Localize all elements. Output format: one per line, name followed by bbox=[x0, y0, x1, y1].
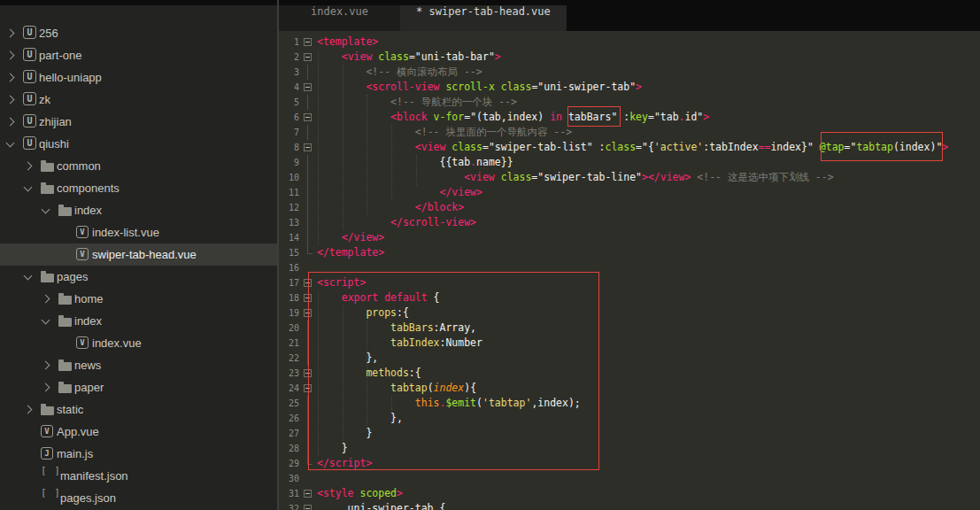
fold-toggle-icon[interactable] bbox=[299, 35, 317, 50]
vue-file-icon: V bbox=[76, 336, 89, 349]
code-line[interactable]: 2 <view class="uni-tab-bar"> bbox=[279, 50, 980, 65]
tree-item-label: main.js bbox=[57, 443, 93, 465]
code-line[interactable]: 30 bbox=[279, 471, 980, 486]
code-text: <style scoped> bbox=[317, 486, 403, 501]
tree-item-index[interactable]: index bbox=[0, 310, 277, 332]
code-line[interactable]: 29</script> bbox=[279, 456, 980, 471]
chevron-right-icon[interactable] bbox=[6, 73, 15, 82]
chevron-right-icon[interactable] bbox=[24, 162, 33, 171]
chevron-down-icon[interactable] bbox=[42, 205, 50, 214]
chevron-right-icon[interactable] bbox=[6, 118, 15, 127]
code-line[interactable]: 15</template> bbox=[279, 245, 980, 260]
tab-index.vue[interactable]: index.vue bbox=[279, 5, 400, 31]
tree-item-part-one[interactable]: Upart-one bbox=[0, 44, 277, 66]
line-number: 1 bbox=[279, 35, 299, 50]
fold-toggle-icon[interactable] bbox=[299, 501, 317, 510]
code-line[interactable]: 8 <view class="swiper-tab-list" :class="… bbox=[279, 140, 980, 155]
code-line[interactable]: 25 this.$emit('tabtap',index); bbox=[279, 396, 980, 411]
code-line[interactable]: 31<style scoped> bbox=[279, 486, 980, 501]
code-line[interactable]: 22 }, bbox=[279, 351, 980, 366]
tree-item-qiushi[interactable]: Uqiushi bbox=[0, 133, 277, 155]
fold-toggle-icon[interactable] bbox=[299, 80, 317, 95]
code-text: }, bbox=[317, 411, 403, 426]
tree-item-label: qiushi bbox=[39, 133, 69, 155]
fold-toggle-icon[interactable] bbox=[299, 290, 317, 305]
tree-item-index[interactable]: index bbox=[0, 199, 277, 221]
code-line[interactable]: 7 <!-- 块里面的一个导航内容 --> bbox=[279, 125, 980, 140]
tree-item-label: index.vue bbox=[92, 332, 142, 354]
tree-item-hello-uniapp[interactable]: Uhello-uniapp bbox=[0, 66, 277, 89]
tree-item-components[interactable]: components bbox=[0, 177, 277, 199]
chevron-right-icon[interactable] bbox=[24, 406, 33, 414]
code-line[interactable]: 18 export default { bbox=[279, 290, 980, 305]
code-text: <!-- 块里面的一个导航内容 --> bbox=[317, 125, 572, 140]
fold-toggle-icon[interactable] bbox=[299, 140, 317, 155]
tree-item-label: zk bbox=[39, 89, 50, 111]
line-number: 18 bbox=[279, 290, 299, 305]
code-line[interactable]: 9 {{tab.name}} bbox=[279, 155, 980, 170]
tree-item-paper[interactable]: paper bbox=[0, 376, 277, 398]
code-line[interactable]: 24 tabtap(index){ bbox=[279, 381, 980, 396]
tree-item-pages.json[interactable]: [ ]pages.json bbox=[0, 487, 277, 509]
code-line[interactable]: 13 </scroll-view> bbox=[279, 215, 980, 230]
chevron-down-icon[interactable] bbox=[24, 183, 33, 192]
code-line[interactable]: 6 <block v-for="(tab,index) in tabBars" … bbox=[279, 110, 980, 125]
line-number: 2 bbox=[279, 50, 299, 65]
code-line[interactable]: 17<script> bbox=[279, 275, 980, 290]
chevron-right-icon[interactable] bbox=[42, 383, 50, 392]
fold-toggle-icon[interactable] bbox=[299, 381, 317, 396]
code-line[interactable]: 20 tabBars:Array, bbox=[279, 321, 980, 336]
tab-swiper-tab-head.vue[interactable]: * swiper-tab-head.vue bbox=[400, 5, 567, 31]
tree-item-static[interactable]: static bbox=[0, 398, 277, 421]
line-number: 25 bbox=[279, 396, 299, 411]
code-line[interactable]: 11 </view> bbox=[279, 185, 980, 200]
fold-toggle-icon[interactable] bbox=[299, 50, 317, 65]
tree-item-256[interactable]: U256 bbox=[0, 22, 277, 44]
chevron-down-icon[interactable] bbox=[42, 316, 50, 325]
code-line[interactable]: 19 props:{ bbox=[279, 305, 980, 321]
tree-item-index-list.vue[interactable]: Vindex-list.vue bbox=[0, 221, 277, 243]
code-line[interactable]: 14 </view> bbox=[279, 230, 980, 245]
tree-item-pages[interactable]: pages bbox=[0, 266, 277, 288]
tree-item-news[interactable]: news bbox=[0, 354, 277, 376]
chevron-right-icon[interactable] bbox=[6, 51, 15, 60]
tree-item-manifest.json[interactable]: [ ]manifest.json bbox=[0, 465, 277, 487]
code-line[interactable]: 1<template> bbox=[279, 35, 980, 50]
code-line[interactable]: 32 .uni-swiper-tab { bbox=[279, 501, 980, 510]
code-editor[interactable]: 1<template>2 <view class="uni-tab-bar">3… bbox=[279, 31, 980, 510]
code-line[interactable]: 21 tabIndex:Number bbox=[279, 336, 980, 351]
fold-toggle-icon[interactable] bbox=[299, 275, 317, 290]
fold-toggle-icon[interactable] bbox=[299, 110, 317, 125]
vue-file-icon: V bbox=[76, 226, 89, 238]
tree-item-App.vue[interactable]: VApp.vue bbox=[0, 421, 277, 443]
fold-guide bbox=[299, 456, 317, 471]
fold-toggle-icon[interactable] bbox=[299, 486, 317, 501]
tree-item-common[interactable]: common bbox=[0, 155, 277, 177]
code-line[interactable]: 10 <view class="swiper-tab-line"></view>… bbox=[279, 170, 980, 185]
tree-item-home[interactable]: home bbox=[0, 288, 277, 310]
code-line[interactable]: 3 <!-- 横向滚动布局 --> bbox=[279, 65, 980, 80]
code-line[interactable]: 5 <!-- 导航栏的一个块 --> bbox=[279, 95, 980, 110]
chevron-right-icon[interactable] bbox=[42, 295, 50, 304]
tree-item-index.vue[interactable]: Vindex.vue bbox=[0, 332, 277, 354]
code-line[interactable]: 28 } bbox=[279, 441, 980, 456]
chevron-right-icon[interactable] bbox=[6, 29, 15, 38]
code-line[interactable]: 23 methods:{ bbox=[279, 366, 980, 381]
tree-item-swiper-tab-head.vue[interactable]: Vswiper-tab-head.vue bbox=[0, 243, 277, 266]
chevron-down-icon[interactable] bbox=[24, 272, 33, 281]
code-text: tabtap(index){ bbox=[317, 381, 476, 396]
code-line[interactable]: 27 } bbox=[279, 426, 980, 441]
chevron-right-icon[interactable] bbox=[42, 361, 50, 370]
code-line[interactable]: 26 }, bbox=[279, 411, 980, 426]
tree-item-zk[interactable]: Uzk bbox=[0, 89, 277, 111]
fold-toggle-icon[interactable] bbox=[299, 366, 317, 381]
code-line[interactable]: 4 <scroll-view scroll-x class="uni-swipe… bbox=[279, 80, 980, 95]
code-line[interactable]: 12 </block> bbox=[279, 200, 980, 215]
tree-item-zhijian[interactable]: Uzhijian bbox=[0, 111, 277, 133]
fold-toggle-icon[interactable] bbox=[299, 305, 317, 321]
code-line[interactable]: 16 bbox=[279, 260, 980, 275]
line-number: 31 bbox=[279, 486, 299, 501]
chevron-right-icon[interactable] bbox=[6, 96, 15, 104]
chevron-down-icon[interactable] bbox=[6, 139, 15, 148]
tree-item-main.js[interactable]: Jmain.js bbox=[0, 443, 277, 465]
